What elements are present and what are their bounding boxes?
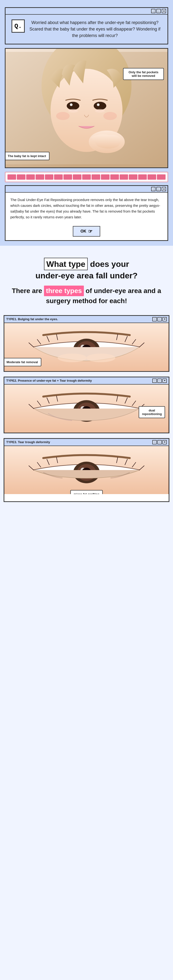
win-maximize-btn[interactable]: □ (156, 9, 161, 13)
type3-close[interactable]: ✕ (162, 440, 167, 444)
seg-5 (45, 174, 54, 180)
face-illustration (6, 49, 167, 167)
seg-9 (82, 174, 91, 180)
svg-point-8 (95, 109, 105, 113)
type-highlight: What type (44, 258, 88, 270)
type3-annotation: micro fat grafting (70, 490, 103, 494)
answer-text: The Dual Under-Eye Fat Repositioning pro… (10, 197, 163, 220)
type1-close[interactable]: ✕ (162, 317, 167, 321)
subtitle-highlight: three types (44, 286, 84, 296)
type3-title: TYPE3. Tear trough deformity (6, 440, 50, 444)
type-subheader: There are three types of under-eye area … (7, 286, 166, 305)
type3-minimize[interactable]: □ (152, 440, 157, 444)
type2-close[interactable]: ✕ (162, 379, 167, 383)
answer-maximize-btn[interactable]: □ (156, 187, 161, 191)
top-section: □ □ ✕ Q. Worried about what happens afte… (0, 0, 173, 246)
svg-point-4 (94, 102, 106, 110)
type1-annotation: Moderate fat removal (4, 358, 41, 366)
type1-minimize[interactable]: □ (152, 317, 157, 321)
seg-10 (92, 174, 100, 180)
svg-point-18 (87, 353, 115, 362)
seg-15 (138, 174, 147, 180)
seg-4 (36, 174, 44, 180)
question-text: Worried about what happens after the und… (29, 19, 162, 39)
seg-12 (110, 174, 119, 180)
type3-eye-photo: micro fat grafting (4, 446, 169, 494)
type3-titlebar: TYPE3. Tear trough deformity □ □ ✕ (4, 439, 169, 446)
right-annotation: Only the fat pockets will be removed (123, 68, 164, 80)
win-close-btn[interactable]: ✕ (162, 9, 166, 13)
svg-point-17 (58, 353, 87, 362)
seg-16 (148, 174, 156, 180)
type-window-1: TYPE1. Bulging fat under the eyes. □ □ ✕ (3, 315, 170, 372)
svg-point-3 (67, 102, 79, 110)
cursor-icon: ☞ (88, 228, 92, 234)
seg-11 (101, 174, 110, 180)
answer-titlebar: □ □ ✕ (6, 186, 167, 192)
loading-bar (8, 174, 165, 180)
type3-maximize[interactable]: □ (157, 440, 162, 444)
type2-minimize[interactable]: □ (152, 379, 157, 383)
type3-annotation-text: micro fat grafting (74, 492, 100, 494)
svg-point-6 (97, 103, 100, 106)
answer-body: The Dual Under-Eye Fat Repositioning pro… (6, 192, 167, 224)
type1-annotation-text: Moderate fat removal (6, 360, 38, 364)
type-window-2: TYPE2. Presence of under-eye fat + Tear … (3, 377, 170, 433)
left-annotation-text: The baby fat is kept intact (8, 154, 46, 158)
question-window: □ □ ✕ Q. Worried about what happens afte… (5, 7, 168, 45)
answer-minimize-btn[interactable]: □ (151, 187, 156, 191)
type3-eye-svg (5, 446, 168, 494)
face-photo: Only the fat pockets will be removed The… (5, 48, 168, 168)
seg-2 (17, 174, 25, 180)
answer-window: □ □ ✕ The Dual Under-Eye Fat Repositioni… (5, 185, 168, 241)
type3-win-btns: □ □ ✕ (152, 440, 167, 444)
type-header-section: What type does your under-eye area fall … (0, 246, 173, 313)
seg-13 (120, 174, 128, 180)
seg-6 (54, 174, 63, 180)
seg-3 (26, 174, 35, 180)
type2-titlebar: TYPE2. Presence of under-eye fat + Tear … (4, 377, 169, 385)
type1-win-btns: □ □ ✕ (152, 317, 167, 321)
type-title1: does your (88, 259, 129, 269)
seg-1 (8, 174, 16, 180)
type2-maximize[interactable]: □ (157, 379, 162, 383)
answer-close-btn[interactable]: ✕ (162, 187, 166, 191)
type1-titlebar: TYPE1. Bulging fat under the eyes. □ □ ✕ (4, 316, 169, 323)
loading-bar-container (5, 172, 168, 182)
type1-eye-photo: Moderate fat removal (4, 323, 169, 371)
ok-button[interactable]: OK ☞ (73, 226, 100, 237)
question-titlebar: □ □ ✕ (6, 8, 167, 15)
q-icon: Q. (11, 19, 25, 33)
right-annotation-text: Only the fat pockets will be removed (129, 70, 158, 78)
seg-17 (157, 174, 165, 180)
seg-8 (73, 174, 81, 180)
ok-btn-row: OK ☞ (6, 224, 167, 240)
subtitle1: There are (12, 287, 44, 294)
type1-title: TYPE1. Bulging fat under the eyes. (6, 317, 58, 321)
type2-win-btns: □ □ ✕ (152, 379, 167, 383)
seg-7 (63, 174, 72, 180)
svg-point-9 (56, 112, 70, 120)
svg-point-5 (70, 103, 73, 106)
type2-annotation: dual repositioning (139, 406, 165, 418)
type-window-3: TYPE3. Tear trough deformity □ □ ✕ (3, 438, 170, 502)
photo-area: Only the fat pockets will be removed The… (5, 48, 168, 168)
type2-annotation-text: dual repositioning (142, 409, 162, 416)
seg-14 (129, 174, 137, 180)
win-minimize-btn[interactable]: □ (151, 9, 156, 13)
ok-label: OK (81, 229, 86, 234)
type-header-title: What type does your under-eye area fall … (7, 258, 166, 281)
type2-title: TYPE2. Presence of under-eye fat + Tear … (6, 379, 92, 382)
type-title2: under-eye area fall under? (35, 271, 137, 280)
question-content: Q. Worried about what happens after the … (6, 15, 167, 44)
svg-point-7 (68, 109, 78, 113)
type2-eye-photo: dual repositioning (4, 385, 169, 433)
svg-point-10 (103, 112, 117, 120)
types-section: TYPE1. Bulging fat under the eyes. □ □ ✕ (0, 313, 173, 512)
type1-maximize[interactable]: □ (157, 317, 162, 321)
left-annotation: The baby fat is kept intact (5, 152, 49, 160)
